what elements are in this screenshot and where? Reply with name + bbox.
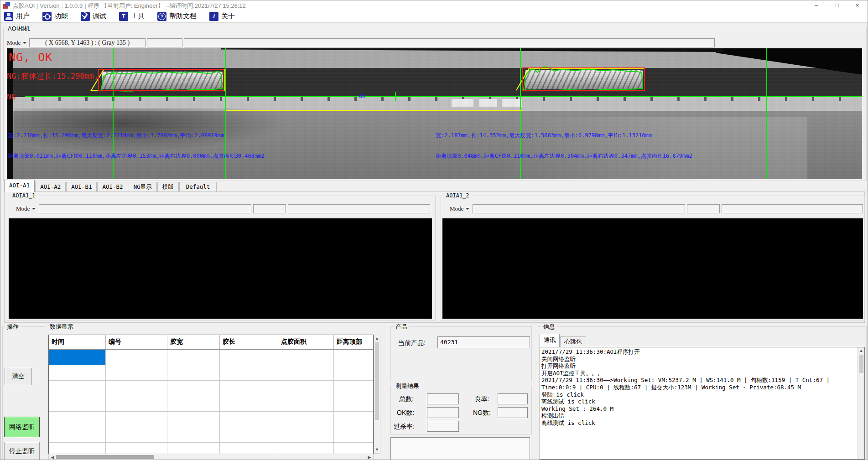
overkill-rate-field[interactable] [427,421,459,432]
table-cell[interactable] [167,427,220,442]
table-cell[interactable] [334,412,373,427]
scroll-up-icon[interactable]: ▲ [858,348,864,354]
scroll-right-icon[interactable]: ▶ [367,454,372,460]
view-tab-3[interactable]: AOI-B2 [97,182,128,192]
table-cell[interactable] [220,381,278,396]
table-cell[interactable] [220,365,278,380]
about-icon: i [209,12,218,21]
table-vscrollbar[interactable]: ▲ ▼ [374,335,380,454]
yield-label: 良率: [475,395,489,403]
table-cell[interactable] [167,396,220,411]
table-cell[interactable] [278,412,334,427]
table-cell[interactable] [334,396,373,411]
table-cell[interactable] [220,427,278,442]
table-cell[interactable] [220,396,278,411]
camera-mode-dropdown[interactable]: Mode [5,38,26,47]
table-cell[interactable] [106,350,167,365]
table-row[interactable] [49,427,373,443]
product-groupbox [390,326,532,381]
scrollbar-thumb[interactable] [859,355,863,373]
toolbar-item-tool[interactable]: T工具 [119,12,145,21]
toolbar-item-gear[interactable]: 功能 [42,12,68,21]
table-cell[interactable] [334,350,373,365]
toolbar-item-debug[interactable]: 调试 [81,12,106,21]
table-cell[interactable] [49,365,106,380]
table-row[interactable] [49,396,373,412]
ng-count-field[interactable] [498,407,528,418]
view-tab-4[interactable]: NG显示 [129,182,157,192]
current-product-field[interactable]: 40231 [437,336,530,348]
log-line: 检测出错 [540,412,856,419]
table-cell[interactable] [220,350,278,365]
debug-icon [81,12,90,21]
table-hscrollbar[interactable]: ◀ ▶ [48,454,374,460]
table-row[interactable] [49,350,373,365]
data-display-group-label: 数据显示 [48,323,75,331]
table-cell[interactable] [167,365,220,380]
table-cell[interactable] [334,381,373,396]
table-cell[interactable] [49,427,106,442]
subpanel-1-mode-dropdown[interactable]: Mode [14,204,36,213]
table-cell[interactable] [106,365,167,380]
camera-image-view[interactable]: NG, OK NG:胶体过长:15.290mm, NG OK 宽:2.218mm… [7,48,862,179]
table-cell[interactable] [106,427,167,442]
view-tab-5[interactable]: 模版 [157,182,179,192]
view-tab-2[interactable]: AOI-B1 [66,182,97,192]
table-cell[interactable] [334,427,373,442]
network-listen-button[interactable]: 网络监听 [4,417,40,437]
info-tab-0[interactable]: 通讯 [540,334,560,347]
minimize-button[interactable]: – [806,0,826,10]
table-cell[interactable] [49,412,106,427]
current-product-label: 当前产品: [398,339,426,347]
table-row[interactable] [49,365,373,381]
yield-field[interactable] [498,393,528,404]
view-tab-1[interactable]: AOI-A2 [35,182,66,192]
clear-button[interactable]: 清空 [5,368,32,385]
table-cell[interactable] [334,365,373,380]
scroll-up-icon[interactable]: ▲ [374,336,380,341]
scroll-down-icon[interactable]: ▼ [374,447,380,453]
table-row[interactable] [49,412,373,427]
total-count-field[interactable] [427,393,459,404]
scrollbar-thumb[interactable] [375,342,379,420]
maximize-button[interactable]: □ [826,0,847,10]
total-count-label: 总数: [399,395,414,403]
subpanel-2-mode-dropdown[interactable]: Mode [448,204,469,213]
subpanel-2-image-view[interactable] [442,218,863,319]
table-cell[interactable] [278,427,334,442]
ok-count-field[interactable] [427,407,459,418]
info-group-label: 信息 [541,323,557,331]
toolbar-item-user[interactable]: 用户 [4,12,30,21]
table-cell[interactable] [106,396,167,411]
chevron-down-icon [466,208,469,212]
stop-listen-button[interactable]: 停止监听 [4,442,40,460]
table-cell[interactable] [106,381,167,396]
subpanel-1-field-3 [288,204,430,213]
subpanel-1-image-view[interactable] [9,218,432,319]
view-tab-0[interactable]: AOI-A1 [4,180,35,192]
table-cell[interactable] [278,381,334,396]
column-header: 时间 [49,335,106,349]
scroll-left-icon[interactable]: ◀ [50,454,55,460]
scrollbar-thumb[interactable] [56,455,154,459]
table-cell[interactable] [220,412,278,427]
table-cell[interactable] [167,350,220,365]
table-cell[interactable] [167,381,220,396]
table-cell[interactable] [167,412,220,427]
table-cell[interactable] [106,412,167,427]
view-tab-6[interactable]: Default [179,182,217,192]
toolbar-item-help[interactable]: ?帮助文档 [157,12,197,21]
info-tab-1[interactable]: 心跳包 [560,336,586,347]
table-cell[interactable] [49,381,106,396]
close-button[interactable]: × [847,0,868,10]
table-cell[interactable] [49,350,106,365]
app-window: 点胶AOI [ Version : 1.0.0.9 ] 程序 【当前用户: En… [0,0,868,460]
table-cell[interactable] [278,396,334,411]
chevron-down-icon [23,42,26,46]
table-row[interactable] [49,381,373,396]
table-cell[interactable] [278,350,334,365]
table-cell[interactable] [49,396,106,411]
table-cell[interactable] [278,365,334,380]
toolbar-item-about[interactable]: i关于 [209,12,235,21]
log-vscrollbar[interactable]: ▲ [858,347,864,459]
